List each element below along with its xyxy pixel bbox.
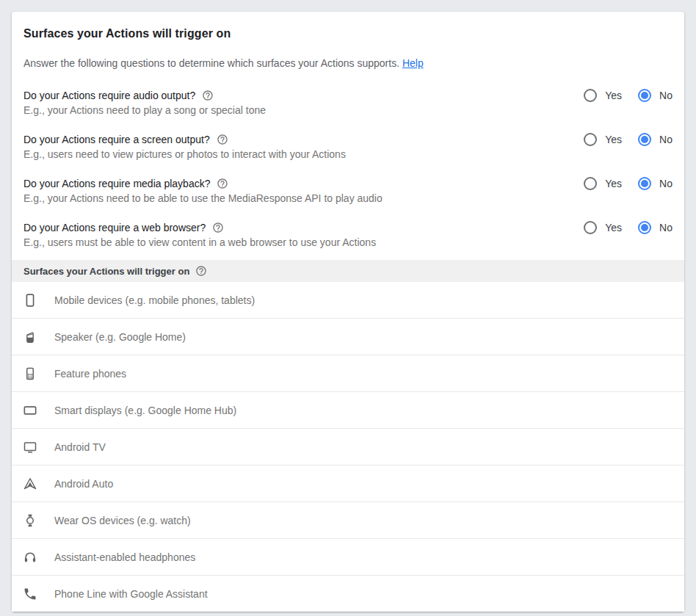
- surface-label: Mobile devices (e.g. mobile phones, tabl…: [54, 294, 255, 306]
- intro-text-body: Answer the following questions to determ…: [23, 57, 399, 69]
- question-title: Do your Actions require audio output?: [23, 88, 195, 103]
- intro-text: Answer the following questions to determ…: [23, 56, 673, 70]
- radio-option-no[interactable]: No: [638, 221, 673, 234]
- smartphone-icon: [22, 292, 38, 308]
- radio-no[interactable]: [638, 133, 651, 146]
- radio-group-media-playback: Yes No: [584, 176, 673, 191]
- surface-row-phone-line: Phone Line with Google Assistant: [12, 576, 684, 612]
- surface-row-android-auto: Android Auto: [12, 465, 684, 502]
- smart-display-icon: [22, 402, 38, 418]
- help-icon[interactable]: [195, 265, 207, 277]
- question-text-block: Do your Actions require a web browser? E…: [23, 220, 376, 250]
- question-text-block: Do your Actions require media playback? …: [23, 176, 383, 206]
- radio-option-yes[interactable]: Yes: [584, 221, 622, 234]
- radio-yes-label[interactable]: Yes: [605, 90, 622, 101]
- wear-os-icon: [22, 512, 38, 529]
- radio-group-screen-output: Yes No: [584, 132, 673, 147]
- question-text-block: Do your Actions require audio output? E.…: [23, 88, 266, 117]
- surface-label: Speaker (e.g. Google Home): [54, 331, 186, 343]
- surfaces-list: Mobile devices (e.g. mobile phones, tabl…: [12, 282, 684, 612]
- help-link[interactable]: Help: [402, 57, 424, 69]
- question-media-playback: Do your Actions require media playback? …: [23, 176, 673, 206]
- question-hint: E.g., users need to view pictures or pho…: [23, 147, 346, 162]
- radio-no-label[interactable]: No: [659, 178, 673, 189]
- radio-yes-label[interactable]: Yes: [605, 134, 622, 145]
- android-tv-icon: [22, 439, 38, 455]
- surfaces-section-title: Surfaces your Actions will trigger on: [23, 266, 189, 277]
- question-hint: E.g., your Actions need to play a song o…: [23, 103, 266, 117]
- radio-option-no[interactable]: No: [638, 89, 673, 102]
- radio-yes-label[interactable]: Yes: [605, 222, 622, 233]
- help-icon[interactable]: [202, 90, 214, 101]
- feature-phone-icon: [22, 366, 38, 382]
- question-hint: E.g., users must be able to view content…: [23, 235, 376, 250]
- surface-row-smart-displays: Smart displays (e.g. Google Home Hub): [12, 392, 684, 429]
- phone-icon: [22, 586, 38, 602]
- surface-row-android-tv: Android TV: [12, 429, 684, 465]
- radio-option-yes[interactable]: Yes: [584, 177, 622, 190]
- radio-no[interactable]: [638, 89, 651, 102]
- surfaces-settings-card: Surfaces your Actions will trigger on An…: [12, 12, 684, 612]
- question-screen-output: Do your Actions require a screen output?…: [23, 132, 673, 162]
- radio-yes[interactable]: [584, 133, 597, 146]
- radio-yes[interactable]: [584, 177, 597, 190]
- surface-row-speaker: Speaker (e.g. Google Home): [12, 319, 684, 355]
- surfaces-section-header: Surfaces your Actions will trigger on: [12, 260, 684, 282]
- help-icon[interactable]: [217, 134, 228, 145]
- help-icon[interactable]: [212, 222, 224, 233]
- question-hint: E.g., your Actions need to be able to us…: [23, 191, 383, 206]
- radio-option-no[interactable]: No: [638, 133, 673, 146]
- surface-row-wear-os: Wear OS devices (e.g. watch): [12, 502, 684, 539]
- surface-label: Android TV: [54, 441, 106, 453]
- radio-group-audio-output: Yes No: [584, 88, 673, 103]
- radio-yes-label[interactable]: Yes: [605, 178, 622, 189]
- question-web-browser: Do your Actions require a web browser? E…: [23, 220, 673, 250]
- surface-row-feature-phones: Feature phones: [12, 355, 684, 392]
- surface-label: Smart displays (e.g. Google Home Hub): [54, 405, 236, 416]
- surface-row-mobile: Mobile devices (e.g. mobile phones, tabl…: [12, 282, 684, 319]
- headphones-icon: [22, 549, 38, 565]
- radio-no-label[interactable]: No: [659, 90, 673, 101]
- question-title: Do your Actions require media playback?: [23, 176, 210, 191]
- speaker-icon: [22, 329, 38, 345]
- radio-no[interactable]: [638, 177, 651, 190]
- surface-label: Phone Line with Google Assistant: [54, 588, 208, 600]
- radio-no[interactable]: [638, 221, 651, 234]
- radio-yes[interactable]: [584, 221, 597, 234]
- radio-option-yes[interactable]: Yes: [584, 89, 622, 102]
- surface-label: Android Auto: [54, 478, 113, 490]
- question-audio-output: Do your Actions require audio output? E.…: [23, 88, 673, 117]
- questions-section: Surfaces your Actions will trigger on An…: [12, 12, 684, 250]
- help-icon[interactable]: [217, 178, 228, 189]
- question-title: Do your Actions require a web browser?: [23, 220, 206, 235]
- radio-option-no[interactable]: No: [638, 177, 673, 190]
- radio-yes[interactable]: [584, 89, 597, 102]
- surface-label: Assistant-enabled headphones: [54, 551, 195, 563]
- radio-group-web-browser: Yes No: [584, 220, 673, 235]
- radio-no-label[interactable]: No: [659, 134, 673, 145]
- surface-label: Feature phones: [54, 368, 126, 380]
- page-title: Surfaces your Actions will trigger on: [23, 26, 673, 40]
- question-title: Do your Actions require a screen output?: [23, 132, 210, 147]
- radio-no-label[interactable]: No: [659, 222, 673, 233]
- surface-row-headphones: Assistant-enabled headphones: [12, 539, 684, 576]
- question-text-block: Do your Actions require a screen output?…: [23, 132, 346, 162]
- radio-option-yes[interactable]: Yes: [584, 133, 622, 146]
- surface-label: Wear OS devices (e.g. watch): [54, 515, 191, 526]
- android-auto-icon: [22, 476, 38, 492]
